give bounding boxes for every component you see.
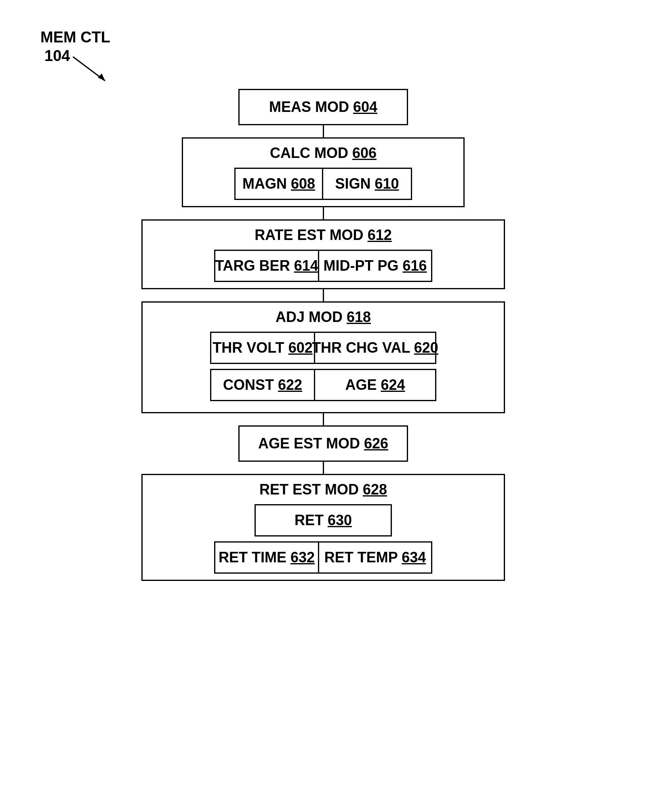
thr-chg-label: THR CHG VAL 620 [312, 339, 438, 356]
thr-chg-block: THR CHG VAL 620 [315, 332, 436, 364]
calc-mod-label: CALC MOD 606 [270, 145, 377, 162]
rate-est-outer: RATE EST MOD 612 TARG BER 614 MID-PT PG … [141, 219, 505, 289]
ret-label: RET 630 [295, 512, 352, 529]
mem-ctl-area: MEM CTL 104 [40, 28, 110, 65]
const-block: CONST 622 [210, 369, 315, 401]
calc-mod-outer: CALC MOD 606 MAGN 608 SIGN 610 [182, 137, 465, 207]
calc-mod-title-row: CALC MOD 606 [189, 145, 457, 162]
rate-est-title-row: RATE EST MOD 612 [149, 227, 498, 244]
age-est-block: AGE EST MOD 626 [238, 425, 408, 462]
age-label: AGE 624 [345, 377, 405, 393]
meas-mod-label: MEAS MOD 604 [269, 99, 377, 116]
conn-rate-adj [323, 289, 324, 301]
adj-mod-label: ADJ MOD 618 [276, 309, 371, 326]
ret-est-outer: RET EST MOD 628 RET 630 RET TIME 632 RET… [141, 474, 505, 581]
conn-ageest-retest [323, 462, 324, 474]
age-block: AGE 624 [315, 369, 436, 401]
magn-label: MAGN 608 [242, 175, 315, 192]
ret-bottom-row: RET TIME 632 RET TEMP 634 [149, 541, 498, 574]
rate-est-label: RATE EST MOD 612 [255, 227, 391, 244]
conn-adj-ageest [323, 413, 324, 425]
diagram-container: MEM CTL 104 MEAS MOD 604 CALC MOD 606 [32, 16, 614, 581]
adj-mod-title-row: ADJ MOD 618 [149, 309, 498, 326]
thr-volt-block: THR VOLT 602 [210, 332, 315, 364]
targ-ber-label: TARG BER 614 [215, 257, 318, 274]
svg-marker-1 [98, 74, 105, 81]
conn-meas-calc [323, 125, 324, 137]
meas-mod-block: MEAS MOD 604 [238, 89, 408, 125]
ret-est-title-row: RET EST MOD 628 [149, 481, 498, 498]
ret-time-block: RET TIME 632 [214, 541, 319, 574]
calc-mod-inner-row: MAGN 608 SIGN 610 [189, 168, 457, 200]
main-flow: MEAS MOD 604 CALC MOD 606 MAGN 608 SIG [32, 16, 614, 581]
adj-mod-outer: ADJ MOD 618 THR VOLT 602 THR CHG VAL 620 [141, 301, 505, 413]
sign-block: SIGN 610 [323, 168, 412, 200]
rate-est-inner-row: TARG BER 614 MID-PT PG 616 [149, 250, 498, 282]
conn-calc-rate [323, 207, 324, 219]
mid-pt-block: MID-PT PG 616 [319, 250, 432, 282]
ret-block-inner: RET 630 [255, 504, 392, 536]
ret-est-label: RET EST MOD 628 [259, 481, 387, 498]
sign-label: SIGN 610 [335, 175, 399, 192]
adj-mod-row1: THR VOLT 602 THR CHG VAL 620 [149, 332, 498, 364]
targ-ber-block: TARG BER 614 [214, 250, 319, 282]
const-label: CONST 622 [223, 377, 302, 393]
thr-volt-label: THR VOLT 602 [213, 339, 312, 356]
age-est-label: AGE EST MOD 626 [258, 435, 388, 452]
adj-mod-row2: CONST 622 AGE 624 [149, 369, 498, 401]
ret-temp-block: RET TEMP 634 [319, 541, 432, 574]
mid-pt-label: MID-PT PG 616 [323, 257, 427, 274]
ret-time-label: RET TIME 632 [219, 549, 315, 566]
mem-ctl-label: MEM CTL 104 [40, 28, 110, 65]
ret-temp-label: RET TEMP 634 [324, 549, 426, 566]
arrow-mem-ctl [73, 57, 121, 89]
magn-block: MAGN 608 [234, 168, 323, 200]
